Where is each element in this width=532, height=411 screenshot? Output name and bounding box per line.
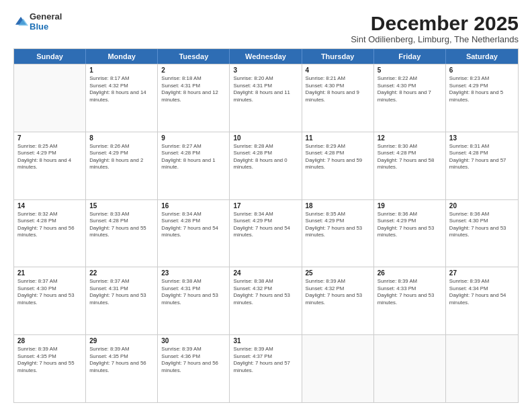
cell-date: 5 <box>378 66 442 74</box>
calendar-cell: 19Sunrise: 8:36 AM Sunset: 4:29 PM Dayli… <box>374 200 446 267</box>
day-header-monday: Monday <box>86 49 158 64</box>
cell-date: 26 <box>378 269 442 277</box>
cell-date: 10 <box>233 134 298 142</box>
title-block: December 2025 Sint Odilienberg, Limburg,… <box>351 12 519 44</box>
cell-info: Sunrise: 8:31 AM Sunset: 4:28 PM Dayligh… <box>449 143 515 171</box>
cell-info: Sunrise: 8:26 AM Sunset: 4:29 PM Dayligh… <box>89 143 154 171</box>
cell-info: Sunrise: 8:39 AM Sunset: 4:35 PM Dayligh… <box>89 346 154 374</box>
calendar-cell: 3Sunrise: 8:20 AM Sunset: 4:31 PM Daylig… <box>230 64 302 132</box>
logo: General Blue <box>13 12 62 32</box>
calendar-cell <box>374 335 446 402</box>
calendar-cell <box>446 335 518 402</box>
cell-info: Sunrise: 8:28 AM Sunset: 4:28 PM Dayligh… <box>233 143 298 171</box>
calendar-cell: 15Sunrise: 8:33 AM Sunset: 4:28 PM Dayli… <box>86 200 158 267</box>
calendar-body: 1Sunrise: 8:17 AM Sunset: 4:32 PM Daylig… <box>14 64 518 402</box>
calendar-cell: 10Sunrise: 8:28 AM Sunset: 4:28 PM Dayli… <box>230 132 302 199</box>
cell-date: 6 <box>449 66 515 74</box>
calendar-cell: 4Sunrise: 8:21 AM Sunset: 4:30 PM Daylig… <box>302 64 374 132</box>
cell-date: 21 <box>17 269 82 277</box>
logo-general: General <box>30 12 62 22</box>
cell-info: Sunrise: 8:21 AM Sunset: 4:30 PM Dayligh… <box>306 75 370 103</box>
calendar-cell: 24Sunrise: 8:38 AM Sunset: 4:32 PM Dayli… <box>230 267 302 334</box>
cell-info: Sunrise: 8:17 AM Sunset: 4:32 PM Dayligh… <box>89 75 154 103</box>
day-header-friday: Friday <box>374 49 446 64</box>
calendar-cell: 25Sunrise: 8:39 AM Sunset: 4:32 PM Dayli… <box>302 267 374 334</box>
cell-info: Sunrise: 8:32 AM Sunset: 4:28 PM Dayligh… <box>17 211 82 239</box>
cell-date: 31 <box>233 337 298 345</box>
cell-date: 14 <box>17 202 82 210</box>
cell-info: Sunrise: 8:39 AM Sunset: 4:33 PM Dayligh… <box>378 278 442 306</box>
calendar-row-4: 21Sunrise: 8:37 AM Sunset: 4:30 PM Dayli… <box>14 267 518 334</box>
calendar-cell: 7Sunrise: 8:25 AM Sunset: 4:29 PM Daylig… <box>14 132 86 199</box>
calendar-cell: 13Sunrise: 8:31 AM Sunset: 4:28 PM Dayli… <box>446 132 518 199</box>
logo-icon <box>13 15 28 30</box>
cell-date: 20 <box>449 202 515 210</box>
calendar-row-1: 1Sunrise: 8:17 AM Sunset: 4:32 PM Daylig… <box>14 64 518 132</box>
cell-info: Sunrise: 8:34 AM Sunset: 4:29 PM Dayligh… <box>233 211 298 239</box>
cell-date: 17 <box>233 202 298 210</box>
calendar-cell: 31Sunrise: 8:39 AM Sunset: 4:37 PM Dayli… <box>230 335 302 402</box>
cell-date: 27 <box>449 269 515 277</box>
cell-date: 30 <box>161 337 226 345</box>
cell-info: Sunrise: 8:30 AM Sunset: 4:28 PM Dayligh… <box>378 143 442 171</box>
cell-info: Sunrise: 8:34 AM Sunset: 4:28 PM Dayligh… <box>161 211 226 239</box>
calendar-cell: 1Sunrise: 8:17 AM Sunset: 4:32 PM Daylig… <box>86 64 158 132</box>
cell-info: Sunrise: 8:39 AM Sunset: 4:37 PM Dayligh… <box>233 346 298 374</box>
cell-date: 22 <box>89 269 154 277</box>
cell-info: Sunrise: 8:36 AM Sunset: 4:29 PM Dayligh… <box>378 211 442 239</box>
page: General Blue December 2025 Sint Odilienb… <box>0 0 532 411</box>
cell-date: 12 <box>378 134 442 142</box>
cell-info: Sunrise: 8:36 AM Sunset: 4:30 PM Dayligh… <box>449 211 515 239</box>
cell-date: 18 <box>306 202 370 210</box>
cell-date: 4 <box>306 66 370 74</box>
cell-info: Sunrise: 8:20 AM Sunset: 4:31 PM Dayligh… <box>233 75 298 103</box>
calendar-cell: 14Sunrise: 8:32 AM Sunset: 4:28 PM Dayli… <box>14 200 86 267</box>
calendar-cell: 26Sunrise: 8:39 AM Sunset: 4:33 PM Dayli… <box>374 267 446 334</box>
calendar-cell: 30Sunrise: 8:39 AM Sunset: 4:36 PM Dayli… <box>158 335 230 402</box>
cell-info: Sunrise: 8:23 AM Sunset: 4:29 PM Dayligh… <box>449 75 515 103</box>
cell-date: 16 <box>161 202 226 210</box>
calendar-cell: 11Sunrise: 8:29 AM Sunset: 4:28 PM Dayli… <box>302 132 374 199</box>
cell-date: 23 <box>161 269 226 277</box>
calendar-cell: 21Sunrise: 8:37 AM Sunset: 4:30 PM Dayli… <box>14 267 86 334</box>
header: General Blue December 2025 Sint Odilienb… <box>13 12 519 44</box>
cell-date: 2 <box>161 66 226 74</box>
logo-text: General Blue <box>30 12 62 32</box>
cell-date: 24 <box>233 269 298 277</box>
month-title: December 2025 <box>351 12 519 34</box>
calendar-cell: 12Sunrise: 8:30 AM Sunset: 4:28 PM Dayli… <box>374 132 446 199</box>
cell-date: 9 <box>161 134 226 142</box>
cell-info: Sunrise: 8:38 AM Sunset: 4:32 PM Dayligh… <box>233 278 298 306</box>
calendar-cell: 28Sunrise: 8:39 AM Sunset: 4:35 PM Dayli… <box>14 335 86 402</box>
calendar-cell: 5Sunrise: 8:22 AM Sunset: 4:30 PM Daylig… <box>374 64 446 132</box>
calendar-cell: 9Sunrise: 8:27 AM Sunset: 4:28 PM Daylig… <box>158 132 230 199</box>
location-subtitle: Sint Odilienberg, Limburg, The Netherlan… <box>351 34 519 44</box>
calendar: SundayMondayTuesdayWednesdayThursdayFrid… <box>13 48 519 403</box>
cell-info: Sunrise: 8:27 AM Sunset: 4:28 PM Dayligh… <box>161 143 226 171</box>
logo-blue: Blue <box>30 22 62 32</box>
day-header-saturday: Saturday <box>446 49 518 64</box>
cell-date: 25 <box>306 269 370 277</box>
calendar-row-5: 28Sunrise: 8:39 AM Sunset: 4:35 PM Dayli… <box>14 334 518 402</box>
calendar-cell: 6Sunrise: 8:23 AM Sunset: 4:29 PM Daylig… <box>446 64 518 132</box>
cell-info: Sunrise: 8:39 AM Sunset: 4:36 PM Dayligh… <box>161 346 226 374</box>
calendar-cell: 17Sunrise: 8:34 AM Sunset: 4:29 PM Dayli… <box>230 200 302 267</box>
cell-date: 7 <box>17 134 82 142</box>
cell-info: Sunrise: 8:22 AM Sunset: 4:30 PM Dayligh… <box>378 75 442 103</box>
cell-info: Sunrise: 8:38 AM Sunset: 4:31 PM Dayligh… <box>161 278 226 306</box>
cell-date: 28 <box>17 337 82 345</box>
calendar-cell: 2Sunrise: 8:18 AM Sunset: 4:31 PM Daylig… <box>158 64 230 132</box>
calendar-cell: 18Sunrise: 8:35 AM Sunset: 4:29 PM Dayli… <box>302 200 374 267</box>
calendar-cell: 27Sunrise: 8:39 AM Sunset: 4:34 PM Dayli… <box>446 267 518 334</box>
cell-date: 3 <box>233 66 298 74</box>
calendar-cell <box>302 335 374 402</box>
calendar-cell: 8Sunrise: 8:26 AM Sunset: 4:29 PM Daylig… <box>86 132 158 199</box>
day-header-wednesday: Wednesday <box>230 49 302 64</box>
cell-info: Sunrise: 8:29 AM Sunset: 4:28 PM Dayligh… <box>306 143 370 171</box>
day-header-tuesday: Tuesday <box>158 49 230 64</box>
cell-info: Sunrise: 8:33 AM Sunset: 4:28 PM Dayligh… <box>89 211 154 239</box>
calendar-header: SundayMondayTuesdayWednesdayThursdayFrid… <box>14 49 518 64</box>
cell-date: 13 <box>449 134 515 142</box>
calendar-cell: 20Sunrise: 8:36 AM Sunset: 4:30 PM Dayli… <box>446 200 518 267</box>
cell-info: Sunrise: 8:35 AM Sunset: 4:29 PM Dayligh… <box>306 211 370 239</box>
